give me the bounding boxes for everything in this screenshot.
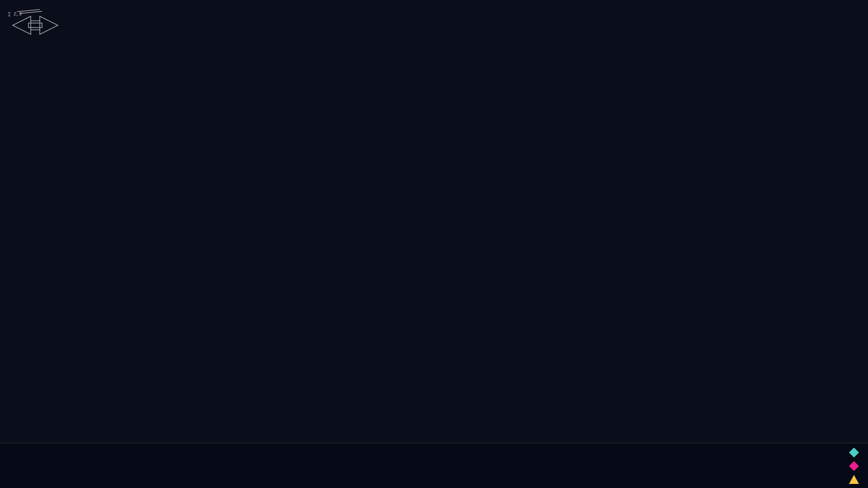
gem-icon (849, 448, 859, 458)
total-pink-resource (845, 461, 859, 471)
svg-marker-0 (13, 16, 31, 34)
svg-marker-1 (40, 16, 58, 34)
pink-icon (849, 461, 859, 471)
gold-icon (849, 475, 859, 484)
hud-sections (81, 4, 868, 5)
svg-text:∑ 2,3: ∑ 2,3 (8, 12, 22, 17)
top-hud: ∑ 2,3 (0, 0, 868, 45)
game-canvas[interactable] (0, 0, 868, 488)
logo-svg: ∑ 2,3 (4, 7, 67, 43)
logo: ∑ 2,3 (0, 4, 81, 49)
bottom-right-resources (845, 448, 868, 484)
total-gem-resource (845, 448, 859, 458)
total-gold-resource (845, 475, 859, 484)
svg-line-6 (19, 11, 42, 14)
bottom-hud (0, 443, 868, 488)
